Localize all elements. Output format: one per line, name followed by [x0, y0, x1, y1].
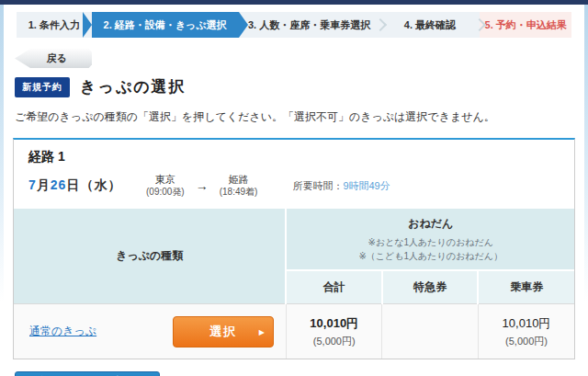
back-button[interactable]: 戻る: [15, 49, 92, 68]
ticket-type-link[interactable]: 通常のきっぷ: [29, 324, 96, 339]
step-item-conditions: 1. 条件入力: [17, 12, 92, 38]
route-arrow-icon: →: [196, 178, 209, 193]
ticket-type-column-header: きっぷの種類: [14, 209, 286, 304]
express-price-cell: [382, 304, 479, 359]
page-left-edge: [0, 5, 4, 376]
route-card-header: 経路 1: [14, 140, 574, 165]
duration: 所要時間：9時間49分: [292, 179, 390, 193]
arrival-station-block: 姫路 (18:49着): [220, 174, 258, 198]
price-note-adult: ※おとな1人あたりのおねだん: [287, 236, 574, 250]
departure-station-block: 東京 (09:00発): [146, 174, 185, 198]
select-button-label: 選択: [209, 325, 237, 338]
price-note-child: ※（こども1人あたりのおねだん）: [287, 250, 574, 264]
new-reservation-badge: 新規予約: [15, 77, 70, 97]
date-day-weekday: 日（水）: [66, 177, 121, 192]
step-item-route-ticket-active: 2. 経路・設備・きっぷ選択: [92, 12, 239, 38]
route-card: 経路 1 7月26日（水） 東京 (09:00発) → 姫路 (18:49着) …: [13, 138, 575, 359]
ticket-type-cell: 通常のきっぷ 選択 ▶: [14, 304, 286, 359]
fare-table: きっぷの種類 おねだん ※おとな1人あたりのおねだん ※（こども1人あたりのおね…: [14, 209, 574, 359]
column-header-express: 特急券: [382, 270, 479, 304]
step-label: 2. 経路・設備・きっぷ選択: [104, 18, 227, 32]
basefare-price-cell: 10,010円 (5,000円): [478, 304, 574, 359]
total-price-cell: 10,010円 (5,000円): [286, 304, 382, 359]
basefare-price: 10,010円: [480, 315, 573, 332]
window-top-bar: [0, 0, 588, 5]
departure-time: (09:00発): [146, 187, 185, 199]
page-right-edge: [584, 5, 588, 376]
step-item-passengers-seats: 3. 人数・座席・乗車券選択: [239, 12, 380, 38]
step-label: 1. 条件入力: [28, 18, 80, 32]
date-month-number: 7: [28, 177, 37, 192]
total-price: 10,010円: [288, 315, 381, 332]
step-progress-bar: 1. 条件入力 2. 経路・設備・きっぷ選択 3. 人数・座席・乗車券選択 4.…: [17, 12, 571, 38]
step-label: 3. 人数・座席・乗車券選択: [248, 18, 370, 32]
fare-table-row: 通常のきっぷ 選択 ▶ 10,010円 (5,000円) 10,010円 (5,…: [14, 304, 574, 359]
arrival-station: 姫路: [220, 174, 258, 187]
route-date: 7月26日（水）: [28, 177, 146, 194]
basefare-price-child: (5,000円): [480, 335, 573, 348]
duration-value: 9時間49分: [343, 180, 390, 191]
total-price-child: (5,000円): [288, 335, 381, 348]
step-item-final-confirmation: 4. 最終確認: [380, 12, 481, 38]
departure-station: 東京: [146, 174, 185, 187]
route-summary-row: 7月26日（水） 東京 (09:00発) → 姫路 (18:49着) 所要時間：…: [14, 165, 574, 209]
instruction-text: ご希望のきっぷの種類の「選択」を押してください。「選択不可」のきっぷは選択できま…: [15, 109, 573, 125]
arrival-time: (18:49着): [220, 187, 258, 199]
station-group: 東京 (09:00発) → 姫路 (18:49着): [146, 174, 257, 198]
column-header-total: 合計: [286, 270, 382, 304]
route-title: 経路 1: [28, 149, 560, 165]
select-arrow-icon: ▶: [259, 327, 265, 336]
step-label: 4. 最終確認: [404, 18, 456, 32]
column-header-basefare: 乗車券: [478, 270, 574, 304]
page-header: 新規予約 きっぷの選択: [15, 76, 588, 97]
page-title: きっぷの選択: [80, 76, 187, 97]
price-header-title: おねだん: [287, 216, 574, 232]
step-label: 5. 予約・申込結果: [485, 18, 567, 32]
date-month-unit: 月: [37, 177, 51, 192]
date-day-number: 26: [51, 177, 67, 192]
duration-label: 所要時間：: [292, 180, 343, 191]
select-button[interactable]: 選択 ▶: [173, 316, 274, 348]
price-column-header: おねだん ※おとな1人あたりのおねだん ※（こども1人あたりのおねだん）: [286, 209, 574, 270]
prev-page-button[interactable]: ◀ 前のページに戻る: [15, 371, 160, 376]
step-item-reservation-result: 5. 予約・申込結果: [480, 12, 571, 38]
